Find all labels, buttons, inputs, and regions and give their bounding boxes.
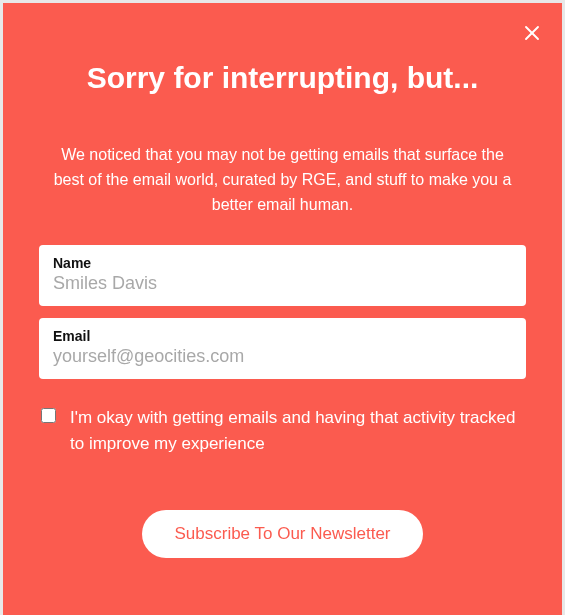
consent-checkbox[interactable]: [41, 408, 56, 423]
modal-title: Sorry for interrupting, but...: [39, 61, 526, 95]
modal-description: We noticed that you may not be getting e…: [39, 143, 526, 217]
close-icon: [523, 24, 541, 42]
consent-row: I'm okay with getting emails and having …: [39, 405, 526, 456]
email-input-group: Email: [39, 318, 526, 379]
subscribe-button[interactable]: Subscribe To Our Newsletter: [142, 510, 422, 558]
email-label: Email: [53, 328, 512, 344]
email-input[interactable]: [53, 346, 512, 367]
consent-label[interactable]: I'm okay with getting emails and having …: [70, 405, 524, 456]
name-input[interactable]: [53, 273, 512, 294]
name-input-group: Name: [39, 245, 526, 306]
close-button[interactable]: [520, 21, 544, 45]
name-label: Name: [53, 255, 512, 271]
newsletter-modal: Sorry for interrupting, but... We notice…: [3, 3, 562, 615]
